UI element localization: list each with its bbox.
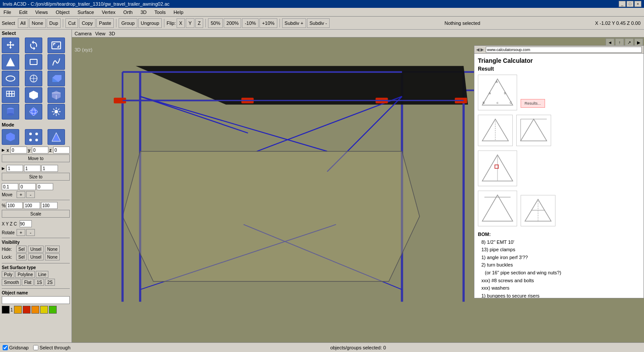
group-button[interactable]: Group: [119, 18, 137, 28]
flip-z-button[interactable]: Z: [195, 18, 204, 28]
scale-y-input[interactable]: [24, 165, 41, 172]
paste-button[interactable]: Paste: [96, 18, 114, 28]
cylinder-icon[interactable]: [2, 104, 19, 120]
close-button[interactable]: ×: [634, 1, 641, 7]
menu-object[interactable]: Object: [54, 9, 72, 16]
move-step-input[interactable]: [2, 183, 18, 190]
flip-x-button[interactable]: X: [177, 18, 185, 28]
lock-unsel-button[interactable]: Unsel: [28, 253, 44, 260]
sphere-icon[interactable]: [25, 104, 42, 120]
rotate-val-input[interactable]: [20, 220, 32, 227]
radial-icon[interactable]: [25, 71, 42, 86]
x-input[interactable]: [10, 147, 27, 154]
flat-button[interactable]: Flat: [22, 279, 34, 286]
scale-x-input[interactable]: [7, 165, 23, 172]
camera-menu[interactable]: Camera: [75, 31, 92, 36]
browser-forward[interactable]: ▶: [480, 47, 484, 52]
move-step-z-input[interactable]: [37, 183, 53, 190]
zoom-50-button[interactable]: 50%: [208, 18, 223, 28]
polyline-button[interactable]: Polyline: [15, 271, 35, 278]
subdivided-cube-icon[interactable]: [48, 87, 65, 103]
subdiv-minus-button[interactable]: Subdiv -: [307, 18, 330, 28]
swatch-orange2[interactable]: [31, 306, 39, 314]
light-icon[interactable]: [48, 104, 65, 120]
swatch-green[interactable]: [49, 306, 57, 314]
pct-z-input[interactable]: [41, 202, 58, 209]
view-menu[interactable]: View: [95, 31, 106, 36]
copy-button[interactable]: Copy: [79, 18, 95, 28]
swatch-orange1[interactable]: [14, 306, 22, 314]
cut-button[interactable]: Cut: [65, 18, 78, 28]
rotate-plus-button[interactable]: +: [17, 229, 25, 236]
rotate-icon[interactable]: [25, 38, 42, 53]
1s-button[interactable]: 1S: [34, 279, 44, 286]
position-arrow[interactable]: ▶: [2, 148, 5, 152]
maximize-button[interactable]: □: [627, 1, 634, 7]
select-all-button[interactable]: All: [18, 18, 28, 28]
swatch-red[interactable]: [23, 306, 31, 314]
hide-sel-button[interactable]: Sel: [16, 246, 27, 253]
smooth-button[interactable]: Smooth: [2, 279, 21, 286]
surface-mode-icon[interactable]: [48, 129, 65, 145]
title-bar-controls[interactable]: _ □ ×: [619, 1, 641, 7]
subdiv-plus-button[interactable]: Subdiv +: [282, 18, 306, 28]
swatch-black[interactable]: [2, 306, 10, 314]
menu-edit[interactable]: Edit: [17, 9, 29, 16]
2s-button[interactable]: 2S: [45, 279, 55, 286]
minimize-button[interactable]: _: [619, 1, 626, 7]
rotate-minus-button[interactable]: -: [26, 229, 35, 236]
lock-none-button[interactable]: None: [45, 253, 60, 260]
line-button[interactable]: Line: [36, 271, 48, 278]
dup-button[interactable]: Dup: [47, 18, 61, 28]
object-mode-icon[interactable]: [2, 129, 19, 145]
menu-views[interactable]: Views: [34, 9, 50, 16]
scale-icon[interactable]: [48, 38, 65, 53]
move-to-button[interactable]: Move to: [2, 154, 70, 162]
scale-arrow[interactable]: ▶: [2, 166, 5, 171]
vertex-mode-icon[interactable]: [25, 129, 42, 145]
move-plus-button[interactable]: +: [17, 191, 25, 198]
menu-orth[interactable]: Orth: [122, 9, 134, 16]
gridsnap-checkbox[interactable]: [3, 345, 8, 350]
spline-icon[interactable]: [48, 54, 65, 70]
object-name-input[interactable]: [2, 296, 70, 304]
zoom-minus10-button[interactable]: -10%: [242, 18, 259, 28]
y-input[interactable]: [32, 147, 48, 154]
pct-y-input[interactable]: [24, 202, 40, 209]
select-none-button[interactable]: None: [29, 18, 46, 28]
select-move-icon[interactable]: [2, 38, 19, 53]
size-to-button[interactable]: Size to: [2, 173, 70, 181]
select-through-checkbox[interactable]: [33, 345, 38, 350]
mesh-icon[interactable]: [2, 87, 19, 103]
viewport[interactable]: Camera View 3D 3D (xyz) ◄ ↑ ↗ ▶: [72, 30, 644, 342]
scale-button[interactable]: Scale: [2, 210, 70, 218]
poly-button[interactable]: Poly: [2, 271, 14, 278]
swatch-yellow[interactable]: [40, 306, 48, 314]
ungroup-button[interactable]: Ungroup: [138, 18, 162, 28]
cube-icon[interactable]: [25, 87, 42, 103]
menu-help[interactable]: Help: [172, 9, 185, 16]
scene-canvas[interactable]: 3D (xyz) ◄ ↑ ↗ ▶: [72, 38, 644, 342]
ellipse-icon[interactable]: [2, 71, 19, 86]
extrude-icon[interactable]: [48, 71, 65, 86]
pct-x-input[interactable]: [6, 202, 23, 209]
freeform-icon[interactable]: [25, 54, 42, 70]
menu-tools[interactable]: Tools: [153, 9, 167, 16]
menu-vertex[interactable]: Vertex: [100, 9, 117, 16]
polygon-icon[interactable]: [2, 54, 19, 70]
browser-back[interactable]: ◀: [476, 47, 480, 52]
browser-url-input[interactable]: [486, 47, 642, 53]
menu-file[interactable]: File: [2, 9, 13, 16]
hide-unsel-button[interactable]: Unsel: [28, 246, 44, 253]
scale-z-input[interactable]: [41, 165, 58, 172]
hide-none-button[interactable]: None: [45, 246, 60, 253]
menu-3d[interactable]: 3D: [139, 9, 148, 16]
lock-sel-button[interactable]: Sel: [16, 253, 27, 260]
flip-y-button[interactable]: Y: [186, 18, 194, 28]
move-step-y-input[interactable]: [19, 183, 36, 190]
zoom-200-button[interactable]: 200%: [224, 18, 241, 28]
3d-menu[interactable]: 3D: [109, 31, 115, 36]
move-minus-button[interactable]: -: [26, 191, 35, 198]
z-input[interactable]: [53, 147, 70, 154]
menu-surface[interactable]: Surface: [76, 9, 96, 16]
